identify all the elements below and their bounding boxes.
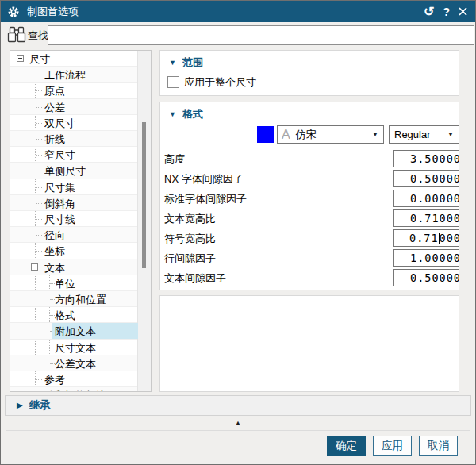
- tree-item-格式[interactable]: 格式: [10, 307, 138, 323]
- search-input[interactable]: [48, 25, 474, 45]
- tree-expander-minus-icon[interactable]: [31, 263, 38, 271]
- field-value: 0.7100: [410, 212, 454, 225]
- field-input-6[interactable]: 0.50000: [393, 269, 459, 286]
- tree-item-尺寸集[interactable]: 尺寸集: [10, 179, 138, 195]
- help-icon[interactable]: ?: [443, 6, 450, 18]
- footer-separator: [6, 430, 470, 431]
- inherit-section-header[interactable]: ▶ 继承: [5, 395, 471, 416]
- cancel-button[interactable]: 取消: [419, 436, 458, 456]
- ok-button[interactable]: 确定: [327, 436, 366, 456]
- field-label-1: NX 字体间隙因子: [164, 172, 244, 186]
- dialog-collapse-handle[interactable]: ▲: [1, 417, 475, 428]
- font-style-dropdown-value: Regular: [394, 129, 431, 140]
- field-value: 0: [454, 252, 459, 264]
- tree-item-label: 尺寸集: [44, 181, 75, 195]
- tree-item-坐标[interactable]: 坐标: [10, 243, 138, 259]
- scope-group: ▼ 范围 应用于整个尺寸: [159, 50, 459, 96]
- field-value: 0: [454, 212, 459, 225]
- tree-connector: [36, 219, 42, 220]
- format-group-header[interactable]: ▼ 格式: [169, 107, 203, 121]
- tree-item-label: 公差文本: [55, 357, 96, 371]
- binoculars-icon: [6, 25, 27, 48]
- tree-item-工作流程[interactable]: 工作流程: [10, 67, 138, 83]
- tree-item-公差[interactable]: 公差: [10, 99, 138, 115]
- tree-item-附加文本[interactable]: 附加文本: [10, 323, 138, 339]
- tree-expander-minus-icon[interactable]: [17, 55, 24, 62]
- tree-item-径向[interactable]: 径向: [10, 227, 138, 243]
- inherit-section-title: 继承: [29, 398, 51, 413]
- titlebar[interactable]: 制图首选项 ↺ ?: [1, 1, 475, 22]
- font-style-dropdown[interactable]: Regular ▼: [389, 125, 459, 144]
- scope-group-header[interactable]: ▼ 范围: [169, 56, 203, 70]
- tree-item-label: 双尺寸: [44, 117, 75, 131]
- field-input-1[interactable]: 0.50000: [393, 170, 459, 187]
- field-label-2: 标准字体间隙因子: [164, 192, 247, 206]
- close-icon[interactable]: [459, 7, 467, 16]
- collapse-closed-icon: ▶: [17, 402, 23, 409]
- field-label-4: 符号宽高比: [164, 232, 216, 246]
- tree-item-尺寸线[interactable]: 尺寸线: [10, 211, 138, 227]
- scope-group-title: 范围: [182, 56, 203, 70]
- field-input-3[interactable]: 0.71000: [393, 209, 459, 227]
- field-input-2[interactable]: 0.00000: [393, 190, 459, 207]
- field-value: 0: [454, 172, 459, 185]
- field-label-0: 高度: [164, 152, 185, 167]
- tree-connector: [36, 155, 42, 156]
- tree-item-双尺寸[interactable]: 双尺寸: [10, 115, 138, 131]
- field-value: 0.5000: [410, 271, 454, 284]
- tree-item-原点[interactable]: 原点: [10, 83, 138, 98]
- tree-connector: [36, 171, 42, 171]
- format-group-title: 格式: [182, 107, 203, 121]
- tree-item-孔和螺纹标注[interactable]: 孔和螺纹标注: [10, 387, 138, 391]
- tree-item-label: 工作流程: [44, 68, 86, 83]
- tree-item-尺寸文本[interactable]: 尺寸文本: [10, 340, 138, 355]
- field-input-5[interactable]: 1.00000: [393, 249, 459, 267]
- tree-item-label: 尺寸线: [44, 213, 75, 227]
- tree-item-label: 坐标: [44, 244, 65, 259]
- tree-item-label: 原点: [44, 84, 65, 98]
- tree-item-参考[interactable]: 参考: [10, 371, 138, 387]
- field-input-0[interactable]: 3.50000: [393, 150, 459, 167]
- tree-item-文本[interactable]: 文本: [10, 259, 138, 275]
- field-value: 0.5000: [410, 172, 454, 185]
- tree-connector: [36, 123, 42, 124]
- tree-item-label: 孔和螺纹标注: [44, 389, 106, 391]
- tree-connector: [36, 203, 42, 204]
- tree-item-label: 参考: [44, 373, 65, 387]
- field-input-4[interactable]: 0.71000: [393, 229, 459, 247]
- reset-icon[interactable]: ↺: [424, 6, 434, 18]
- text-color-swatch[interactable]: [257, 126, 274, 143]
- apply-entire-dimension-checkbox[interactable]: [167, 76, 179, 88]
- field-value: 3.5000: [410, 152, 454, 165]
- drafting-preferences-dialog: 制图首选项 ↺ ? 查找: [0, 0, 476, 465]
- tree-item-单侧尺寸[interactable]: 单侧尺寸: [10, 163, 138, 179]
- field-label-3: 文本宽高比: [164, 212, 216, 226]
- chevron-down-icon: ▼: [372, 131, 378, 138]
- apply-button[interactable]: 应用: [373, 436, 412, 456]
- field-value: 0: [454, 271, 459, 284]
- field-value: 000: [440, 232, 459, 244]
- collapse-open-icon: ▼: [169, 111, 176, 118]
- tree-item-折线[interactable]: 折线: [10, 131, 138, 147]
- tree-scrollbar-thumb[interactable]: [142, 122, 146, 268]
- tree-item-公差文本[interactable]: 公差文本: [10, 355, 138, 371]
- tree-item-倒斜角[interactable]: 倒斜角: [10, 195, 138, 211]
- tree-item-label: 单侧尺寸: [44, 164, 86, 179]
- tree-item-单位[interactable]: 单位: [10, 275, 138, 291]
- tree-scrollbar[interactable]: [137, 51, 151, 391]
- font-dropdown[interactable]: A 仿宋 ▼: [277, 125, 384, 144]
- tree-item-方向和位置[interactable]: 方向和位置: [10, 291, 138, 307]
- tree-item-label: 径向: [44, 229, 65, 243]
- search-row: 查找: [1, 22, 475, 48]
- field-value: 0.0000: [410, 192, 454, 205]
- tree-item-label: 折线: [44, 133, 65, 147]
- field-value: 0.71: [409, 232, 439, 244]
- gear-icon: [7, 6, 20, 18]
- tree-connector: [36, 251, 42, 252]
- tree-item-尺寸[interactable]: 尺寸: [10, 51, 138, 67]
- tree-item-label: 尺寸: [29, 52, 50, 67]
- field-label-6: 文本间隙因子: [164, 271, 226, 286]
- tree-item-label: 文本: [44, 261, 65, 275]
- tree-item-label: 方向和位置: [55, 293, 106, 307]
- tree-item-窄尺寸[interactable]: 窄尺寸: [10, 147, 138, 163]
